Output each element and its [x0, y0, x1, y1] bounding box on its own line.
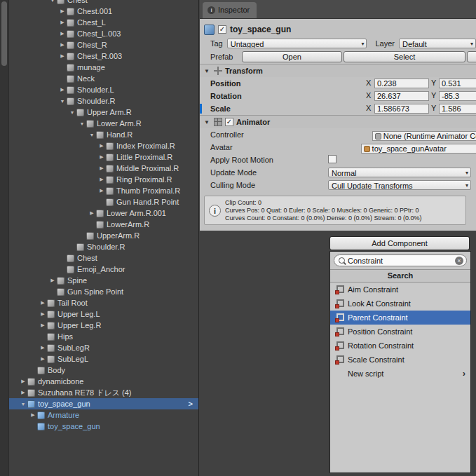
foldout-closed-icon[interactable]: ▶	[58, 42, 67, 48]
hierarchy-item[interactable]: ▼toy_space_gun>	[9, 398, 198, 409]
prefab-select-button[interactable]: Select	[344, 51, 465, 62]
foldout-closed-icon[interactable]: ▶	[39, 311, 47, 317]
component-item[interactable]: Rotation Constraint	[330, 339, 470, 353]
hierarchy-item[interactable]: ▶Little Proximal.R	[9, 151, 198, 163]
component-search-input[interactable]	[348, 257, 454, 265]
hierarchy-item[interactable]: Gun Hand.R Point	[9, 196, 198, 208]
foldout-open-icon[interactable]: ▼	[203, 119, 211, 125]
hierarchy-item[interactable]: Body	[9, 365, 198, 376]
hierarchy-item[interactable]: ▼Hand.R	[9, 129, 198, 140]
foldout-closed-icon[interactable]: ▶	[58, 31, 67, 36]
hierarchy-item[interactable]: ▶Upper Leg.R	[9, 320, 198, 331]
component-item[interactable]: Aim Constraint	[330, 283, 470, 297]
foldout-closed-icon[interactable]: ▶	[58, 87, 67, 93]
hierarchy-item[interactable]: ▼Upper Arm.R	[9, 107, 198, 118]
gameobject-active-checkbox[interactable]: ✓	[218, 25, 226, 34]
culling-mode-dropdown[interactable]: Cull Update Transforms ▾	[328, 180, 471, 190]
foldout-closed-icon[interactable]: ▶	[48, 278, 57, 283]
hierarchy-item[interactable]: ▶Chest_R.003	[9, 50, 198, 62]
foldout-closed-icon[interactable]: ▶	[58, 53, 67, 59]
hierarchy-item[interactable]: Chest	[9, 252, 198, 264]
avatar-object-field[interactable]: toy_space_gunAvatar	[361, 144, 476, 154]
foldout-closed-icon[interactable]: ▶	[88, 210, 96, 216]
inspector-tab[interactable]: i Inspector	[203, 2, 257, 18]
component-item[interactable]: New script›	[330, 367, 470, 381]
hierarchy-item[interactable]: ▼Lower Arm.R	[9, 118, 198, 129]
foldout-closed-icon[interactable]: ▶	[19, 390, 27, 395]
hierarchy-item[interactable]: ▶Chest_L	[9, 17, 198, 28]
foldout-closed-icon[interactable]: ▶	[39, 300, 47, 306]
foldout-closed-icon[interactable]: ▶	[97, 143, 106, 149]
foldout-closed-icon[interactable]: ▶	[97, 165, 106, 171]
foldout-closed-icon[interactable]: ▶	[58, 20, 67, 25]
hierarchy-item[interactable]: ▶Thumb Proximal.R	[9, 185, 198, 196]
hierarchy-item[interactable]: ▶Armature	[9, 409, 198, 421]
foldout-open-icon[interactable]: ▼	[58, 99, 67, 104]
clear-search-icon[interactable]: ×	[455, 257, 463, 265]
hierarchy-item[interactable]: ▶Upper Leg.L	[9, 308, 198, 320]
hierarchy-item[interactable]: ▶dynamicbone	[9, 376, 198, 387]
hierarchy-item[interactable]: Emoji_Anchor	[9, 264, 198, 275]
component-item[interactable]: Position Constraint	[330, 325, 470, 339]
prefab-extra-button[interactable]	[467, 51, 476, 62]
foldout-closed-icon[interactable]: ▶	[39, 322, 47, 328]
hierarchy-item[interactable]: UpperArm.R	[9, 230, 198, 241]
foldout-closed-icon[interactable]: ▶	[39, 345, 47, 351]
hierarchy-scrollbar-track[interactable]	[0, 0, 9, 476]
hierarchy-item[interactable]: Gun Spine Point	[9, 286, 198, 297]
hierarchy-item[interactable]: ▶Index Proximal.R	[9, 140, 198, 151]
foldout-closed-icon[interactable]: ▶	[97, 154, 106, 160]
component-item[interactable]: Look At Constraint	[330, 297, 470, 311]
foldout-closed-icon[interactable]: ▶	[29, 412, 37, 418]
transform-component-header[interactable]: ▼ Transform	[200, 64, 476, 77]
hierarchy-item[interactable]: Shoulder.R	[9, 241, 198, 252]
foldout-open-icon[interactable]: ▼	[88, 132, 96, 137]
foldout-open-icon[interactable]: ▼	[203, 68, 211, 74]
hierarchy-item[interactable]: ▶Chest_R	[9, 39, 198, 50]
animator-enabled-checkbox[interactable]: ✓	[225, 118, 233, 126]
component-search-field[interactable]: ×	[334, 254, 467, 266]
foldout-closed-icon[interactable]: ▶	[19, 379, 27, 384]
hierarchy-item[interactable]: ▼Shoulder.R	[9, 95, 198, 107]
hierarchy-item[interactable]: ▶Middle Proximal.R	[9, 163, 198, 174]
foldout-open-icon[interactable]: ▼	[19, 402, 27, 407]
hierarchy-item[interactable]: ▼Chest	[9, 0, 198, 6]
tag-dropdown[interactable]: Untagged ▾	[227, 39, 367, 48]
hierarchy-item[interactable]: ▶Ring Proximal.R	[9, 174, 198, 185]
foldout-closed-icon[interactable]: ▶	[58, 8, 67, 14]
hierarchy-item[interactable]: munage	[9, 62, 198, 73]
controller-object-field[interactable]: None (Runtime Animator Con	[372, 131, 476, 141]
hierarchy-item[interactable]: ▶Chest.001	[9, 6, 198, 17]
hierarchy-item[interactable]: ▶Suzuhana RE78 ドレス (4)	[9, 387, 198, 398]
hierarchy-item[interactable]: ▶Lower Arm.R.001	[9, 208, 198, 219]
foldout-closed-icon[interactable]: ▶	[97, 177, 106, 182]
hierarchy-item[interactable]: ▶Chest_L.003	[9, 28, 198, 39]
hierarchy-item[interactable]: ▶Tail Root	[9, 297, 198, 308]
y-value-field[interactable]: 1.586	[439, 104, 476, 114]
hierarchy-item[interactable]: ▶SubLegR	[9, 342, 198, 353]
hierarchy-item[interactable]: Neck	[9, 73, 198, 84]
layer-dropdown[interactable]: Default ▾	[399, 39, 476, 48]
component-item[interactable]: Parent Constraint	[330, 311, 470, 325]
apply-root-motion-checkbox[interactable]	[328, 155, 336, 163]
hierarchy-item[interactable]: LowerArm.R	[9, 219, 198, 230]
y-value-field[interactable]: 0.531	[439, 79, 476, 88]
hierarchy-item[interactable]: Hips	[9, 331, 198, 342]
hierarchy-scrollbar-thumb[interactable]	[1, 1, 7, 66]
x-value-field[interactable]: 0.238	[374, 79, 429, 88]
foldout-closed-icon[interactable]: ▶	[39, 356, 47, 362]
foldout-closed-icon[interactable]: ▶	[97, 188, 106, 193]
hierarchy-item[interactable]: ▶SubLegL	[9, 353, 198, 365]
animator-component-header[interactable]: ▼ ✓ Animator	[200, 115, 476, 128]
hierarchy-item[interactable]: ▶Spine	[9, 275, 198, 286]
component-item[interactable]: Scale Constraint	[330, 353, 470, 367]
prefab-open-chevron[interactable]: >	[189, 400, 193, 408]
x-value-field[interactable]: 1.586673	[374, 104, 429, 114]
update-mode-dropdown[interactable]: Normal ▾	[328, 168, 471, 177]
prefab-open-button[interactable]: Open	[242, 51, 342, 62]
hierarchy-item[interactable]: ▶Shoulder.L	[9, 84, 198, 95]
x-value-field[interactable]: 26.637	[374, 91, 429, 101]
hierarchy-item[interactable]: toy_space_gun	[9, 421, 198, 432]
add-component-button[interactable]: Add Component	[329, 236, 470, 250]
y-value-field[interactable]: -85.3	[439, 91, 476, 101]
